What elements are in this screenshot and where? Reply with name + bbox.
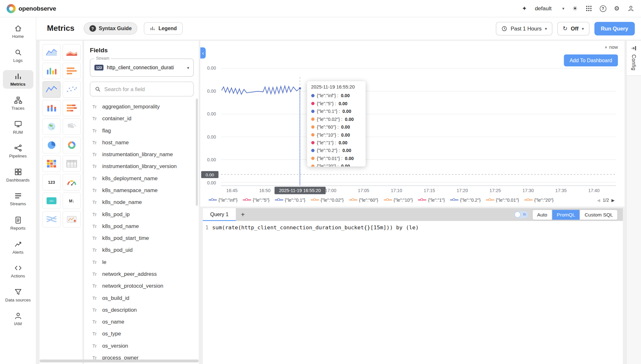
sidebar-item-data-sources[interactable]: Data sources <box>3 285 33 304</box>
legend-button[interactable]: Legend <box>144 22 182 35</box>
legend-prev-icon[interactable]: ◀ <box>597 198 600 202</box>
add-to-dashboard-button[interactable]: Add To Dashboard <box>564 55 618 66</box>
legend-item[interactable]: {"le":"1"} <box>418 198 445 202</box>
legend-item[interactable]: {"le":"0.02"} <box>311 198 344 202</box>
legend-item[interactable]: {"le":"0.01"} <box>486 198 519 202</box>
field-item[interactable]: Tr k8s_pod_start_time <box>90 232 194 244</box>
sidebar-item-actions[interactable]: Actions <box>3 262 33 280</box>
sidebar-item-logs[interactable]: Logs <box>3 46 33 65</box>
openobserve-app: openobserve ✦ default ▾ ☀ ? ⚙ Home <box>0 0 641 364</box>
legend-item[interactable]: {"le":"5"} <box>243 198 269 202</box>
mode-promql-button[interactable]: PromQL <box>552 210 580 220</box>
chart-type-stacked-area[interactable] <box>63 44 81 61</box>
field-item[interactable]: Tr container_id <box>90 113 194 124</box>
chart-type-area[interactable] <box>42 44 61 61</box>
field-item[interactable]: Tr os_description <box>90 304 194 316</box>
chart-type-geo-map[interactable] <box>42 118 61 135</box>
field-item[interactable]: Tr flag <box>90 124 194 136</box>
sidebar-item-streams[interactable]: Streams <box>3 190 33 208</box>
sidebar-item-rum[interactable]: RUM <box>3 118 33 137</box>
sidebar-item-metrics[interactable]: Metrics <box>3 70 33 89</box>
field-item[interactable]: Tr os_version <box>90 340 194 351</box>
legend-item[interactable]: {"le":"0.1"} <box>275 198 305 202</box>
field-item[interactable]: Tr instrumentation_library_name <box>90 148 194 160</box>
legend-next-icon[interactable]: ▶ <box>611 198 615 202</box>
brand[interactable]: openobserve <box>7 4 56 13</box>
field-item[interactable]: Tr network_peer_address <box>90 268 194 280</box>
legend-item[interactable]: {"le":"0.2"} <box>450 198 481 202</box>
chart-type-table[interactable] <box>63 156 81 172</box>
field-item[interactable]: Tr le <box>90 256 194 268</box>
legend-item[interactable]: {"le":"inf"} <box>208 198 237 202</box>
time-range-select[interactable]: Past 1 Hours ▾ <box>496 21 552 35</box>
field-item[interactable]: Tr k8s_pod_name <box>90 220 194 232</box>
legend-marker-icon <box>349 198 358 202</box>
ai-sparkle-icon[interactable]: ✦ <box>522 5 527 12</box>
add-query-tab-button[interactable]: + <box>241 211 245 218</box>
sidebar-item-dashboards[interactable]: Dashboards <box>3 166 33 184</box>
config-tab[interactable]: Config <box>627 41 641 76</box>
help-icon[interactable]: ? <box>600 5 606 12</box>
field-item[interactable]: Tr os_build_id <box>90 292 194 304</box>
legend-item[interactable]: {"le":"20"} <box>524 198 553 202</box>
sidebar-item-alerts[interactable]: Alerts <box>3 238 33 256</box>
chart-type-horizontal-stacked-bar[interactable] <box>63 100 81 116</box>
chart-type-stacked-bar[interactable] <box>42 100 61 116</box>
chart-type-sankey[interactable] <box>42 211 61 227</box>
chart-type-bar[interactable] <box>42 63 61 79</box>
field-item[interactable]: Tr instrumentation_library_version <box>90 160 194 172</box>
chart-type-line[interactable] <box>42 81 61 97</box>
org-selector[interactable]: default ▾ <box>535 5 564 12</box>
chart-type-world-map[interactable] <box>63 118 81 135</box>
field-item[interactable]: Tr network_protocol_version <box>90 280 194 292</box>
account-icon[interactable] <box>628 5 635 12</box>
legend-item[interactable]: {"le":"60"} <box>349 198 378 202</box>
sidebar-item-traces[interactable]: Traces <box>3 94 33 113</box>
sidebar-item-pipelines[interactable]: Pipelines <box>3 142 33 161</box>
vrl-fx-toggle[interactable]: fx <box>514 211 528 218</box>
sidebar-item-home[interactable]: Home <box>3 22 33 41</box>
settings-gear-icon[interactable]: ⚙ <box>614 5 620 12</box>
chart-type-donut[interactable] <box>63 137 81 153</box>
mode-auto-button[interactable]: Auto <box>533 210 552 220</box>
field-item[interactable]: Tr os_name <box>90 316 194 328</box>
mode-custom-sql-button[interactable]: Custom SQL <box>580 210 618 220</box>
chart-type-markdown[interactable]: M↓ <box>63 192 81 209</box>
field-item[interactable]: Tr aggregation_temporality <box>90 101 194 113</box>
x-tick-label: 17:30 <box>518 188 538 193</box>
apps-grid-icon[interactable] <box>586 5 592 12</box>
run-query-button[interactable]: Run Query <box>594 21 635 35</box>
field-item[interactable]: Tr host_name <box>90 137 194 148</box>
query-editor[interactable]: 1sum(rate(http_client_connection_duratio… <box>203 221 623 364</box>
plot-area[interactable]: 2025-11-19 16:55:20 {"le":"inf"} 0.00 <box>221 62 616 186</box>
field-item[interactable]: Tr os_type <box>90 328 194 340</box>
syntax-guide-button[interactable]: ? Syntax Guide <box>83 22 137 35</box>
field-item[interactable]: Tr k8s_node_name <box>90 196 194 208</box>
plot-svg <box>221 62 616 185</box>
fields-scrollbar[interactable] <box>196 98 198 206</box>
chart-type-gauge[interactable] <box>63 174 81 190</box>
field-search-input[interactable] <box>104 86 189 92</box>
field-item[interactable]: Tr k8s_pod_ip <box>90 208 194 220</box>
sidebar-item-iam[interactable]: IAM <box>3 309 33 328</box>
stream-select[interactable]: Stream 123 http_client_connection_durati… <box>90 59 194 77</box>
time-indicator[interactable]: ◗ now <box>604 44 618 50</box>
tab-query-1[interactable]: Query 1 <box>203 208 236 221</box>
chart-type-horizontal-bar[interactable] <box>63 63 81 79</box>
collapse-fields-handle[interactable]: ‹ <box>200 47 206 59</box>
chart-type-pie[interactable] <box>42 137 61 153</box>
chart-type-heatmap[interactable] <box>42 156 61 172</box>
auto-refresh-select[interactable]: ↻ Off ▾ <box>557 21 589 35</box>
legend-item[interactable]: {"le":"10"} <box>384 198 413 202</box>
chart-type-scatter[interactable] <box>63 81 81 97</box>
field-item[interactable]: Tr k8s_namespace_name <box>90 184 194 196</box>
field-item[interactable]: Tr k8s_deployment_name <box>90 172 194 184</box>
tooltip-series-label: {"le":"10"} <box>317 132 339 137</box>
field-item[interactable]: Tr k8s_pod_uid <box>90 244 194 256</box>
theme-sun-icon[interactable]: ☀ <box>572 5 578 12</box>
chart-type-custom-chart[interactable] <box>63 211 81 227</box>
chart-type-metric-text[interactable]: 123 <box>42 174 61 190</box>
sidebar-item-reports[interactable]: Reports <box>3 214 33 233</box>
chart-type-html[interactable]: </> <box>42 192 61 209</box>
horizontal-scrollbar[interactable] <box>39 360 198 362</box>
